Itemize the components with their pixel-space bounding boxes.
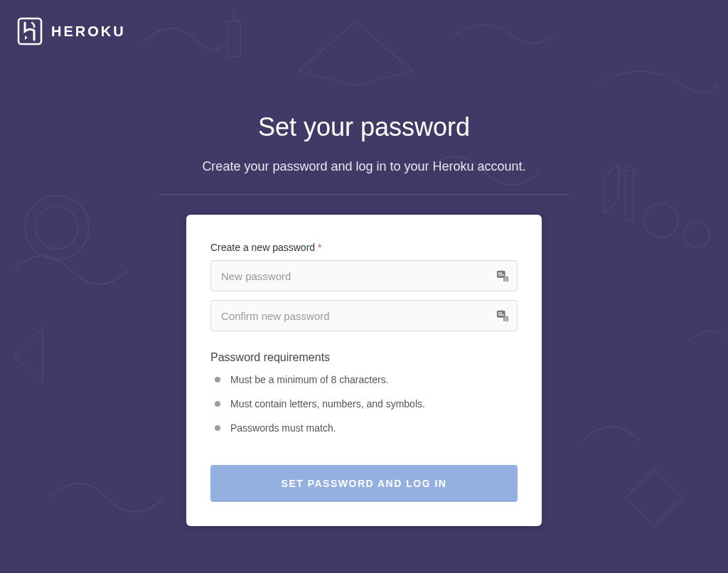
requirements-list: Must be a minimum of 8 characters. Must … — [210, 374, 518, 434]
requirement-item: Passwords must match. — [210, 422, 518, 434]
requirement-text: Must be a minimum of 8 characters. — [230, 374, 389, 385]
svg-rect-6 — [18, 18, 41, 44]
heroku-logo-icon — [17, 17, 43, 45]
requirement-item: Must be a minimum of 8 characters. — [210, 374, 518, 385]
confirm-password-wrapper: 1 — [210, 300, 518, 331]
svg-rect-2 — [228, 21, 240, 57]
requirements-title: Password requirements — [210, 351, 518, 364]
confirm-password-input[interactable] — [210, 300, 518, 331]
requirement-item: Must contain letters, numbers, and symbo… — [210, 398, 518, 409]
required-mark: * — [318, 242, 321, 253]
requirement-text: Passwords must match. — [230, 422, 336, 434]
password-card: Create a new password * 1 1 Password req… — [186, 215, 542, 526]
svg-point-3 — [644, 203, 678, 237]
svg-point-4 — [684, 222, 710, 247]
requirement-text: Must contain letters, numbers, and symbo… — [230, 398, 425, 409]
svg-point-1 — [36, 206, 78, 249]
svg-rect-5 — [626, 171, 633, 220]
heroku-logo[interactable]: HEROKU — [17, 17, 126, 45]
svg-point-0 — [25, 196, 89, 259]
bullet-icon — [215, 425, 220, 431]
set-password-button[interactable]: SET PASSWORD AND LOG IN — [210, 465, 518, 502]
header-divider — [159, 194, 569, 195]
page-title: Set your password — [0, 112, 728, 142]
password-label-text: Create a new password — [210, 242, 315, 253]
new-password-wrapper: 1 — [210, 260, 518, 291]
bullet-icon — [215, 377, 220, 382]
heroku-logo-text: HEROKU — [51, 23, 126, 40]
bullet-icon — [215, 401, 220, 407]
password-label: Create a new password * — [210, 242, 518, 253]
new-password-input[interactable] — [210, 260, 518, 291]
page-subtitle: Create your password and log in to your … — [0, 159, 728, 174]
